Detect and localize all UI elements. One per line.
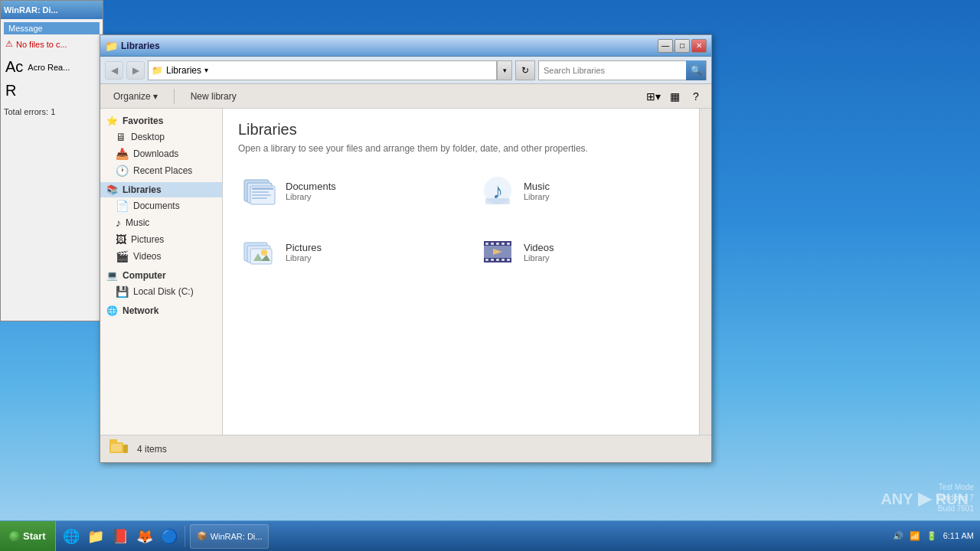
- music-library-item[interactable]: ♪ Music Library: [476, 169, 684, 212]
- desktop: WinRAR: Di... Message ⚠ No files to c...…: [0, 0, 980, 551]
- help-button[interactable]: ?: [687, 87, 705, 106]
- computer-header[interactable]: 💻 Computer: [100, 268, 222, 283]
- title-bar-buttons: — □ ✕: [658, 39, 707, 53]
- back-button[interactable]: ◀: [105, 61, 123, 80]
- window-icon: 📁: [105, 40, 118, 52]
- network-header[interactable]: 🌐 Network: [100, 303, 222, 318]
- svg-rect-28: [507, 259, 510, 261]
- local-disk-icon: 💾: [116, 285, 129, 298]
- refresh-button[interactable]: ↻: [515, 60, 535, 80]
- libraries-folder-icon: 📚: [106, 184, 118, 195]
- svg-point-15: [261, 249, 267, 256]
- winrar-window: WinRAR: Di... Message ⚠ No files to c...…: [0, 0, 103, 321]
- recent-places-label: Recent Places: [133, 165, 192, 176]
- scrollbar[interactable]: [699, 109, 711, 435]
- breadcrumb-dropdown[interactable]: ▾: [201, 66, 211, 74]
- title-bar: 📁 Libraries — □ ✕: [100, 35, 711, 57]
- local-disk-label: Local Disk (C:): [133, 286, 194, 297]
- taskbar-explorer-button[interactable]: 📁: [83, 524, 108, 549]
- test-mode-text: Test Mode: [936, 482, 974, 493]
- videos-library-info: Videos Library: [524, 242, 554, 262]
- nav-item-pictures[interactable]: 🖼 Pictures: [100, 231, 222, 248]
- start-button[interactable]: Start: [0, 521, 56, 552]
- search-button[interactable]: 🔍: [686, 60, 706, 80]
- taskbar: Start 🌐 📁 📕 🦊 🔵 📦 WinRAR: Di... 🔊 📶 🔋 6:…: [0, 520, 980, 551]
- organize-button[interactable]: Organize ▾: [106, 88, 165, 105]
- nav-pane: ⭐ Favorites 🖥 Desktop 📥 Downloads 🕐 Rece…: [100, 109, 223, 435]
- library-grid: Documents Library ♪: [238, 169, 684, 273]
- organize-arrow: ▾: [153, 91, 158, 102]
- winrar-taskbar-item[interactable]: 📦 WinRAR: Di...: [190, 524, 270, 549]
- nav-item-documents[interactable]: 📄 Documents: [100, 197, 222, 214]
- winrar-titlebar: WinRAR: Di...: [1, 1, 103, 19]
- nav-item-desktop[interactable]: 🖥 Desktop: [100, 129, 222, 145]
- nav-pictures-icon: 🖼: [116, 233, 126, 246]
- network-label: Network: [122, 305, 158, 316]
- nav-item-downloads[interactable]: 📥 Downloads: [100, 145, 222, 162]
- nav-item-videos[interactable]: 🎬 Videos: [100, 248, 222, 265]
- search-input[interactable]: [539, 66, 686, 75]
- toolbar-right: ⊞▾ ▦ ?: [644, 87, 705, 106]
- clock: 6:11 AM: [943, 530, 974, 542]
- nav-music-label: Music: [126, 217, 149, 228]
- nav-music-icon: ♪: [116, 217, 121, 229]
- favorites-header[interactable]: ⭐ Favorites: [100, 113, 222, 129]
- new-library-button[interactable]: New library: [184, 88, 243, 105]
- pictures-library-item[interactable]: Pictures Library: [238, 230, 446, 273]
- videos-type: Library: [524, 253, 554, 262]
- windows-version: Windows 7: [936, 493, 974, 504]
- status-bar: 4 items: [100, 435, 711, 462]
- nav-pictures-label: Pictures: [131, 234, 164, 245]
- taskbar-chrome-button[interactable]: 🔵: [157, 524, 181, 549]
- svg-rect-12: [250, 249, 272, 264]
- libraries-nav-label: Libraries: [122, 184, 162, 195]
- nav-item-local-disk[interactable]: 💾 Local Disk (C:): [100, 283, 222, 300]
- svg-rect-20: [491, 243, 494, 245]
- libraries-header[interactable]: 📚 Libraries: [100, 182, 222, 197]
- libraries-section: 📚 Libraries 📄 Documents ♪ Music 🖼 Pictur…: [100, 181, 222, 266]
- network-status-icon[interactable]: 📶: [910, 531, 920, 541]
- music-library-icon: ♪: [479, 172, 516, 209]
- forward-button[interactable]: ▶: [126, 61, 145, 80]
- total-errors: Total errors: 1: [1, 104, 103, 119]
- start-label: Start: [23, 530, 46, 542]
- volume-icon[interactable]: 🔊: [893, 531, 903, 541]
- documents-library-item[interactable]: Documents Library: [238, 169, 446, 212]
- preview-pane-button[interactable]: ▦: [665, 87, 684, 106]
- taskbar-firefox-button[interactable]: 🦊: [132, 524, 157, 549]
- minimize-button[interactable]: —: [658, 39, 673, 53]
- computer-label: Computer: [122, 270, 166, 281]
- pictures-library-icon: [241, 233, 278, 270]
- documents-name: Documents: [286, 181, 336, 192]
- taskbar-acrobat-button[interactable]: 📕: [108, 524, 132, 549]
- videos-library-item[interactable]: Videos Library: [476, 230, 684, 273]
- computer-icon: 💻: [106, 270, 118, 281]
- favorites-label: Favorites: [122, 116, 163, 126]
- status-count: 4 items: [137, 444, 167, 455]
- svg-rect-26: [496, 259, 499, 261]
- maximize-button[interactable]: □: [675, 39, 690, 53]
- documents-library-info: Documents Library: [286, 181, 336, 201]
- documents-library-icon: [241, 172, 278, 209]
- svg-rect-6: [252, 197, 267, 199]
- svg-rect-3: [252, 187, 273, 190]
- window-title: Libraries: [121, 41, 658, 51]
- videos-library-icon: [479, 233, 516, 270]
- organize-label: Organize: [113, 91, 151, 102]
- address-dropdown-btn[interactable]: ▾: [497, 60, 512, 80]
- no-files-msg: ⚠ No files to c...: [4, 37, 100, 51]
- svg-rect-24: [485, 259, 488, 261]
- address-breadcrumb-text: Libraries: [166, 65, 201, 76]
- svg-rect-27: [501, 259, 505, 261]
- nav-item-recent-places[interactable]: 🕐 Recent Places: [100, 162, 222, 179]
- close-button[interactable]: ✕: [691, 39, 707, 53]
- layout-view-button[interactable]: ⊞▾: [644, 87, 662, 106]
- nav-item-music[interactable]: ♪ Music: [100, 214, 222, 231]
- music-library-info: Music Library: [524, 181, 550, 201]
- battery-icon[interactable]: 🔋: [926, 531, 937, 541]
- taskbar-ie-button[interactable]: 🌐: [59, 524, 83, 549]
- message-bar: Message: [4, 22, 100, 34]
- svg-rect-23: [507, 243, 510, 245]
- folder-icon: 📁: [149, 65, 166, 76]
- taskbar-separator: [185, 526, 185, 547]
